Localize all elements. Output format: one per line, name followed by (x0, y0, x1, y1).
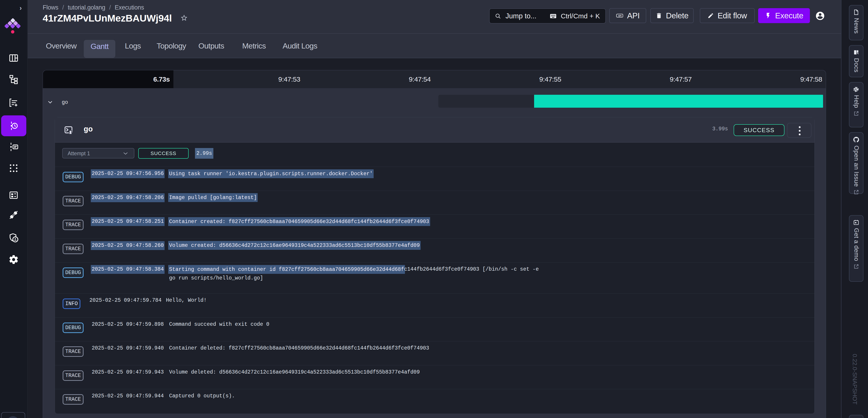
svg-text:API: API (618, 14, 621, 17)
